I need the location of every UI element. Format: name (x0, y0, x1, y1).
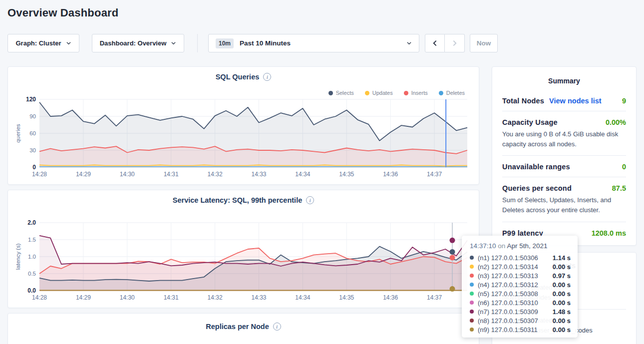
x-tick-label: 14:35 (339, 171, 354, 178)
summary-row-line: Queries per second87.5 (502, 184, 626, 192)
tooltip-node-value: 0.00 s (553, 326, 571, 334)
tooltip-node-label: (n9) 127.0.0.1:50311 (478, 326, 538, 334)
summary-row: Capacity Usage0.00%You are using 0 B of … (502, 111, 626, 156)
tooltip-node-label: (n8) 127.0.0.1:50307 (478, 317, 538, 325)
info-icon[interactable]: i (273, 323, 281, 331)
x-tick-label: 14:33 (251, 171, 266, 178)
tooltip-timestamp: 14:37:10 on Apr 5th, 2021 (470, 242, 571, 250)
summary-row-value: 1208.0 ms (592, 229, 626, 237)
chevron-left-icon (432, 40, 438, 46)
tooltip-node-row: (n2) 127.0.0.1:503140.00 s (470, 262, 571, 271)
time-next-button[interactable] (445, 34, 465, 52)
x-tick-label: 14:29 (76, 294, 91, 301)
series-color-dot (470, 319, 474, 323)
x-tick-label: 14:36 (383, 171, 398, 178)
x-tick-label: 14:31 (164, 171, 179, 178)
controls-divider (197, 34, 198, 52)
y-axis-label: latency (s) (15, 243, 21, 270)
tooltip-node-value: 0.97 s (553, 272, 571, 280)
summary-row-value: 87.5 (612, 184, 626, 192)
x-tick-label: 14:32 (208, 171, 223, 178)
x-tick-label: 14:31 (164, 294, 179, 301)
latency-plot[interactable]: 0.00.51.01.52.014:2814:2914:3014:3114:32… (8, 190, 480, 309)
tooltip-node-label: (n7) 127.0.0.1:50309 (478, 308, 538, 316)
x-tick-label: 14:32 (208, 294, 223, 301)
time-range-dropdown[interactable]: 10m Past 10 Minutes (208, 34, 419, 52)
tooltip-node-row: (n3) 127.0.0.1:503130.97 s (470, 271, 571, 280)
latency-chart-card: Service Latency: SQL, 99th percentile i … (7, 190, 479, 308)
tooltip-node-value: 0.00 s (553, 299, 571, 307)
dashboard-dropdown-label: Dashboard: Overview (100, 39, 167, 47)
chevron-right-icon (451, 40, 458, 46)
tooltip-node-label: (n5) 127.0.0.1:50308 (478, 290, 538, 298)
summary-row-line: Total NodesView nodes list9 (502, 97, 626, 105)
summary-row-label: Total Nodes (502, 97, 544, 105)
summary-row: Total NodesView nodes list9 (502, 90, 626, 111)
replicas-chart-card: Replicas per Node i (7, 313, 479, 344)
tooltip-node-value: 1.48 s (553, 308, 571, 316)
summary-row-label: Unavailable ranges (502, 163, 570, 171)
tooltip-node-row: (n4) 127.0.0.1:503120.00 s (470, 280, 571, 289)
tooltip-node-value: 0.00 s (553, 281, 571, 289)
chevron-down-icon (66, 40, 71, 46)
summary-row-line: Capacity Usage0.00% (502, 118, 626, 126)
tooltip-node-label: (n6) 127.0.0.1:50310 (478, 299, 538, 307)
chevron-down-icon (406, 40, 412, 46)
summary-row-label: Capacity Usage (502, 118, 558, 126)
x-tick-label: 14:37 (427, 171, 442, 178)
sql-queries-plot[interactable]: 030609012014:2814:2914:3014:3114:3214:33… (8, 67, 480, 185)
x-tick-label: 14:36 (383, 294, 398, 301)
summary-row-value: 0.00% (606, 118, 626, 126)
graph-dropdown[interactable]: Graph: Cluster (7, 34, 79, 52)
y-tick-label: 1.5 (28, 237, 36, 243)
x-tick-label: 14:35 (339, 294, 354, 301)
series-color-dot (470, 292, 474, 296)
y-tick-label: 2.0 (27, 219, 36, 226)
time-step-buttons (425, 34, 465, 52)
series-color-dot (470, 301, 474, 305)
x-tick-label: 14:30 (120, 171, 135, 178)
summary-row-value: 0 (622, 163, 626, 171)
series-color-dot (470, 328, 474, 332)
dashboard-dropdown[interactable]: Dashboard: Overview (92, 34, 184, 52)
x-tick-label: 14:28 (32, 171, 47, 178)
tooltip-node-row: (n6) 127.0.0.1:503100.00 s (470, 298, 571, 307)
tooltip-node-value: 1.14 s (553, 254, 571, 262)
series-color-dot (470, 256, 474, 260)
now-button[interactable]: Now (470, 34, 498, 52)
tooltip-node-label: (n1) 127.0.0.1:50306 (478, 254, 538, 262)
summary-panel: Summary Total NodesView nodes list9Capac… (492, 66, 637, 246)
y-tick-label: 120 (26, 96, 36, 103)
x-tick-label: 14:37 (427, 294, 442, 301)
x-tick-label: 14:34 (295, 294, 310, 301)
y-tick-label: 0.0 (27, 287, 36, 294)
x-tick-label: 14:34 (295, 171, 310, 178)
series-color-dot (470, 310, 474, 314)
tooltip-node-row: (n1) 127.0.0.1:503061.14 s (470, 253, 571, 262)
summary-row: Queries per second87.5Sum of Selects, Up… (502, 177, 626, 222)
chevron-down-icon (171, 40, 176, 46)
summary-row: Unavailable ranges0 (502, 156, 626, 177)
x-tick-label: 14:30 (120, 294, 135, 301)
summary-row-value: 9 (622, 97, 626, 105)
y-tick-label: 60 (29, 130, 36, 136)
now-button-label: Now (477, 39, 491, 47)
y-tick-label: 90 (29, 113, 36, 119)
x-tick-label: 14:29 (76, 171, 91, 178)
tooltip-node-row: (n9) 127.0.0.1:503110.00 s (470, 325, 571, 334)
tooltip-node-row: (n7) 127.0.0.1:503091.48 s (470, 307, 571, 316)
x-tick-label: 14:28 (32, 294, 47, 301)
y-tick-label: 30 (29, 147, 36, 153)
page-title: Overview Dashboard (7, 6, 118, 19)
summary-title: Summary (492, 67, 636, 85)
time-prev-button[interactable] (425, 34, 445, 52)
replicas-chart-title: Replicas per Node (206, 323, 269, 331)
summary-row-description: You are using 0 B of 4.5 GiB usable disk… (502, 129, 626, 149)
tooltip-node-label: (n3) 127.0.0.1:50313 (478, 272, 538, 280)
view-nodes-link[interactable]: View nodes list (549, 97, 602, 105)
tooltip-node-row: (n8) 127.0.0.1:503070.00 s (470, 316, 571, 325)
summary-row-line: Unavailable ranges0 (502, 163, 626, 171)
time-range-label: Past 10 Minutes (240, 39, 400, 47)
time-range-badge: 10m (216, 38, 234, 48)
y-axis-label: queries (15, 124, 21, 143)
